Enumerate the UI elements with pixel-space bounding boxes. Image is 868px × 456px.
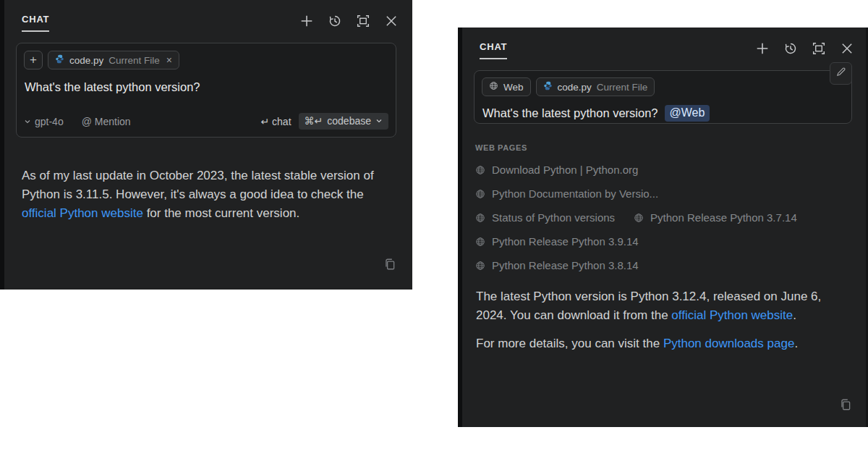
- copy-icon[interactable]: [383, 258, 396, 271]
- web-page-link[interactable]: Python Release Python 3.8.14: [475, 259, 639, 271]
- model-mention-group: gpt-4o @ Mention: [24, 116, 131, 127]
- pencil-icon: [835, 67, 846, 80]
- panel-header: CHAT: [458, 28, 868, 59]
- context-chips-row: + code.py Current File ×: [24, 51, 388, 69]
- header-actions: [756, 42, 854, 55]
- globe-icon: [475, 261, 485, 271]
- submit-actions-group: ↵ chat ⌘↵ codebase: [260, 113, 388, 130]
- add-context-button[interactable]: +: [24, 51, 43, 69]
- panel-header: CHAT: [0, 0, 412, 32]
- globe-icon: [475, 165, 485, 175]
- web-row: Python Release Python 3.9.14: [475, 235, 868, 248]
- web-page-link[interactable]: Python Documentation by Versio...: [475, 187, 658, 200]
- web-pages-label: WEB PAGES: [475, 143, 868, 152]
- context-chips-row: Web code.py Current File: [482, 77, 844, 96]
- web-context-chip[interactable]: Web: [482, 77, 531, 96]
- input-footer-row: gpt-4o @ Mention ↵ chat ⌘↵ codebase: [24, 113, 388, 130]
- assistant-response: The latest Python version is Python 3.12…: [476, 287, 848, 353]
- codebase-submit[interactable]: ⌘↵ codebase: [299, 113, 388, 130]
- panel-edge: [458, 28, 462, 427]
- web-mention-tag[interactable]: @Web: [665, 105, 710, 122]
- chip-close-icon[interactable]: ×: [166, 54, 172, 66]
- close-icon[interactable]: [385, 14, 398, 28]
- edit-message-button[interactable]: [830, 62, 852, 85]
- response-paragraph-1: The latest Python version is Python 3.12…: [476, 287, 848, 325]
- python-downloads-page-link[interactable]: Python downloads page: [663, 337, 794, 350]
- history-icon[interactable]: [328, 14, 341, 28]
- chat-input-box[interactable]: + code.py Current File × What's the late…: [16, 43, 396, 138]
- mention-button[interactable]: @ Mention: [82, 116, 131, 127]
- user-question[interactable]: What's the latest python version?: [25, 80, 388, 94]
- official-python-website-link[interactable]: official Python website: [22, 206, 143, 220]
- globe-icon: [475, 237, 485, 247]
- globe-icon: [475, 213, 485, 223]
- chevron-down-icon: [24, 116, 31, 127]
- model-selector[interactable]: gpt-4o: [35, 116, 64, 127]
- globe-icon: [475, 189, 485, 199]
- chat-submit[interactable]: ↵ chat: [260, 116, 291, 127]
- chat-panel-right: CHAT: [458, 28, 868, 427]
- cmd-return-keys-icon: ⌘↵: [305, 115, 323, 127]
- tab-chat[interactable]: CHAT: [22, 14, 49, 32]
- python-file-icon: [55, 54, 64, 66]
- header-actions: [300, 14, 398, 28]
- copy-icon[interactable]: [839, 398, 852, 411]
- chip-filename: code.py: [558, 82, 592, 93]
- tab-chat[interactable]: CHAT: [480, 41, 507, 59]
- web-pages-section: WEB PAGES Download Python | Python.org P…: [475, 143, 868, 271]
- file-context-chip[interactable]: code.py Current File ×: [48, 51, 179, 69]
- web-row: Download Python | Python.org: [475, 164, 868, 176]
- new-chat-icon[interactable]: [300, 14, 313, 28]
- chat-panel-left: CHAT +: [0, 0, 412, 290]
- response-paragraph-2: For more details, you can visit the Pyth…: [476, 334, 848, 353]
- fullscreen-icon[interactable]: [357, 14, 370, 28]
- chip-filename: code.py: [69, 55, 103, 66]
- close-icon[interactable]: [841, 42, 854, 55]
- web-page-link[interactable]: Download Python | Python.org: [475, 164, 638, 176]
- official-python-website-link[interactable]: official Python website: [671, 308, 793, 322]
- chip-kind: Current File: [109, 55, 160, 66]
- return-key-icon: ↵: [260, 116, 269, 127]
- web-page-link[interactable]: Status of Python versions: [475, 211, 615, 224]
- assistant-response: As of my last update in October 2023, th…: [22, 166, 396, 223]
- web-row: Python Documentation by Versio...: [475, 187, 868, 200]
- chevron-down-icon: [375, 115, 383, 127]
- fullscreen-icon[interactable]: [812, 42, 825, 55]
- web-row: Status of Python versions Python Release…: [475, 211, 868, 224]
- panel-edge: [0, 0, 4, 290]
- file-context-chip[interactable]: code.py Current File: [536, 77, 655, 96]
- globe-icon: [489, 81, 498, 93]
- history-icon[interactable]: [784, 42, 797, 55]
- chip-kind: Current File: [597, 82, 648, 93]
- globe-icon: [634, 213, 644, 223]
- python-file-icon: [543, 81, 553, 93]
- web-page-link[interactable]: Python Release Python 3.9.14: [475, 235, 639, 248]
- web-page-link[interactable]: Python Release Python 3.7.14: [634, 211, 797, 224]
- web-row: Python Release Python 3.8.14: [475, 259, 868, 271]
- chat-input-box[interactable]: Web code.py Current File What's the late…: [474, 70, 852, 124]
- new-chat-icon[interactable]: [756, 42, 769, 55]
- user-question[interactable]: What's the latest python version?: [482, 106, 658, 120]
